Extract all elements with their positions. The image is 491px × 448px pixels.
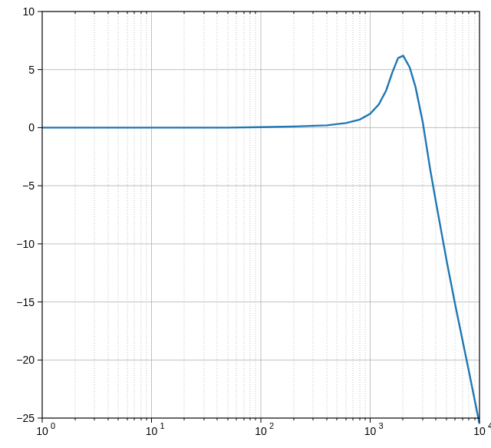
svg-text:10: 10 (255, 425, 267, 437)
svg-text:10: 10 (146, 425, 158, 437)
bode-plot: 100 101 102 103 104 10 5 0 −5 −10 −15 −2… (0, 0, 491, 448)
y-tick-labels: 10 5 0 −5 −10 −15 −20 −25 (16, 5, 35, 424)
svg-text:−15: −15 (16, 296, 35, 308)
svg-text:10: 10 (36, 425, 48, 437)
svg-text:−10: −10 (16, 238, 35, 250)
svg-text:3: 3 (379, 421, 384, 430)
svg-text:10: 10 (364, 425, 377, 437)
svg-text:4: 4 (488, 421, 491, 430)
svg-text:0: 0 (28, 121, 35, 133)
x-tick-labels: 100 101 102 103 104 (36, 421, 491, 437)
svg-text:1: 1 (160, 421, 165, 430)
svg-text:−20: −20 (16, 354, 35, 366)
svg-text:−5: −5 (22, 180, 35, 192)
svg-text:0: 0 (51, 421, 55, 430)
svg-text:2: 2 (269, 421, 274, 430)
svg-text:−25: −25 (16, 412, 35, 424)
svg-text:5: 5 (28, 64, 35, 76)
svg-text:10: 10 (473, 425, 486, 437)
y-ticks (38, 12, 42, 418)
svg-text:10: 10 (22, 5, 35, 18)
